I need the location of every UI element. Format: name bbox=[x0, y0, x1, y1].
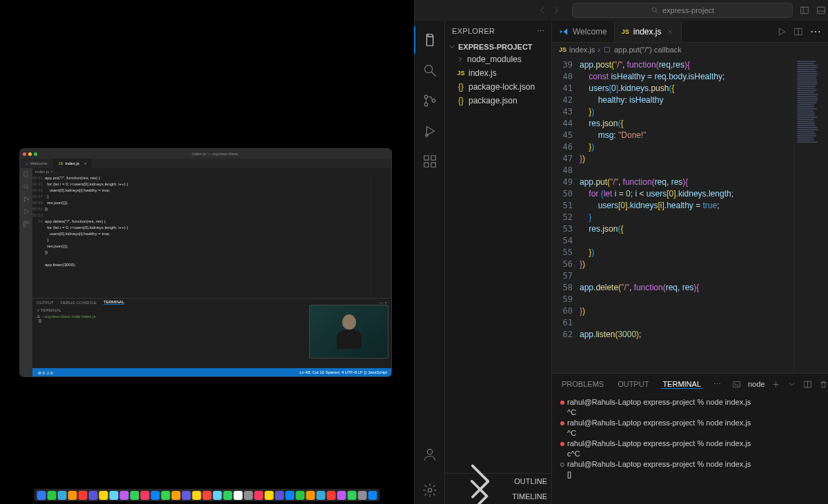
kill-terminal-icon[interactable] bbox=[819, 380, 828, 389]
editor-group: Welcome JS index.js ⋯ JS index.js › bbox=[552, 21, 828, 504]
layout-left-icon[interactable] bbox=[800, 6, 809, 15]
command-center[interactable]: express-project bbox=[572, 3, 793, 18]
preview-title: index.js — express-class bbox=[192, 152, 237, 156]
nav-back-icon[interactable] bbox=[538, 6, 547, 15]
tree-file-index[interactable]: JS index.js bbox=[448, 66, 551, 80]
editor[interactable]: 39 40 41 42 43 44 45 46 47 48 49 50 51 5… bbox=[552, 57, 828, 373]
svg-point-18 bbox=[424, 65, 432, 73]
tree-file-pkg[interactable]: {} package.json bbox=[448, 94, 551, 108]
shell-name: node bbox=[748, 380, 765, 388]
macos-dock[interactable] bbox=[34, 489, 380, 501]
tab-welcome[interactable]: Welcome bbox=[552, 21, 615, 42]
json-file-icon: {} bbox=[456, 82, 466, 92]
svg-point-9 bbox=[652, 8, 656, 12]
svg-rect-33 bbox=[733, 381, 740, 387]
tab-indexjs[interactable]: JS index.js bbox=[615, 21, 682, 42]
js-file-icon: JS bbox=[622, 28, 629, 35]
preview-activitybar bbox=[20, 168, 32, 376]
preview-tabbar: ⌂Welcome JSindex.js× bbox=[20, 159, 391, 168]
explorer-title: EXPLORER bbox=[452, 27, 495, 35]
panel-more-icon[interactable]: ⋯ bbox=[713, 380, 721, 389]
timeline-section[interactable]: TIMELINE bbox=[445, 489, 551, 504]
terminal-body[interactable]: rahul@Rahuls-Laptop express-project % no… bbox=[552, 394, 828, 504]
svg-rect-26 bbox=[424, 163, 428, 167]
line-gutter: 39 40 41 42 43 44 45 46 47 48 49 50 51 5… bbox=[552, 57, 580, 373]
preview-tab-terminal[interactable]: TERMINAL bbox=[103, 300, 124, 305]
activity-account[interactable] bbox=[415, 441, 445, 468]
webcam-thumbnail bbox=[309, 305, 388, 359]
code-area[interactable]: app.post("/", function(req,res){ const i… bbox=[580, 57, 793, 373]
node-shell-icon bbox=[732, 380, 741, 389]
activity-explorer[interactable] bbox=[414, 26, 444, 54]
preview-tab-output[interactable]: OUTPUT bbox=[37, 301, 54, 305]
json-file-icon: {} bbox=[456, 96, 466, 105]
js-file-icon: JS bbox=[559, 46, 566, 53]
chevron-right-icon bbox=[456, 55, 464, 63]
svg-point-20 bbox=[424, 95, 428, 99]
svg-line-10 bbox=[656, 12, 658, 14]
terminal-dropdown-icon[interactable] bbox=[787, 380, 796, 389]
activity-debug[interactable] bbox=[415, 117, 445, 145]
nav-forward-icon[interactable] bbox=[551, 6, 561, 15]
preview-terminal[interactable]: ∨ TERMINAL ⚠ - express-class node index.… bbox=[32, 306, 391, 368]
extensions-icon[interactable] bbox=[23, 221, 30, 228]
activity-extensions[interactable] bbox=[415, 148, 445, 175]
run-icon[interactable] bbox=[777, 27, 787, 37]
svg-point-29 bbox=[428, 488, 432, 492]
js-file-icon: JS bbox=[456, 70, 466, 77]
sidebar-more-icon[interactable]: ⋯ bbox=[537, 27, 544, 36]
titlebar: express-project bbox=[415, 0, 828, 21]
search-icon[interactable] bbox=[23, 183, 30, 190]
activity-search[interactable] bbox=[415, 57, 445, 84]
layout-bottom-icon[interactable] bbox=[816, 6, 826, 15]
new-terminal-icon[interactable] bbox=[771, 380, 780, 389]
preview-window: index.js — express-class ⌂Welcome JSinde… bbox=[19, 148, 392, 377]
activity-scm[interactable] bbox=[415, 87, 445, 114]
preview-titlebar: index.js — express-class bbox=[20, 149, 391, 159]
svg-rect-11 bbox=[801, 7, 809, 13]
file-tree: node_modules JS index.js {} package-lock… bbox=[445, 52, 551, 108]
preview-tab-debug[interactable]: DEBUG CONSOLE bbox=[61, 301, 97, 305]
tree-folder-node-modules[interactable]: node_modules bbox=[448, 52, 551, 66]
activity-settings[interactable] bbox=[415, 476, 445, 504]
sidebar-header: EXPLORER ⋯ bbox=[445, 21, 551, 41]
tree-file-pkglock[interactable]: {} package-lock.json bbox=[448, 80, 551, 94]
chevron-right-icon bbox=[449, 466, 509, 504]
svg-rect-27 bbox=[431, 163, 435, 167]
split-editor-icon[interactable] bbox=[793, 27, 803, 37]
preview-breadcrumb: index.js > ... bbox=[32, 168, 391, 175]
tab-more-icon[interactable]: ⋯ bbox=[810, 25, 821, 38]
panel-tab-output[interactable]: OUTPUT bbox=[616, 380, 650, 388]
search-placeholder: express-project bbox=[662, 6, 714, 14]
svg-rect-32 bbox=[604, 48, 609, 52]
svg-rect-6 bbox=[23, 221, 26, 223]
files-icon[interactable] bbox=[23, 171, 30, 178]
svg-line-19 bbox=[431, 72, 435, 77]
method-icon bbox=[603, 46, 611, 54]
close-icon[interactable] bbox=[666, 28, 674, 36]
breadcrumb[interactable]: JS index.js › app.put("/") callback bbox=[552, 43, 828, 57]
svg-point-5 bbox=[28, 199, 29, 200]
split-terminal-icon[interactable] bbox=[803, 380, 812, 389]
scm-icon[interactable] bbox=[23, 196, 30, 203]
preview-tab-file[interactable]: JSindex.js× bbox=[53, 159, 92, 168]
sidebar: EXPLORER ⋯ EXPRESS-PROJECT node_modules … bbox=[445, 21, 552, 504]
minimap[interactable] bbox=[793, 57, 828, 373]
svg-point-28 bbox=[427, 450, 432, 454]
bottom-panel: PROBLEMS OUTPUT TERMINAL ⋯ node bbox=[552, 373, 828, 504]
vscode-window: express-project EXPLORER ⋯ EXPR bbox=[414, 0, 828, 504]
project-root[interactable]: EXPRESS-PROJECT bbox=[445, 41, 551, 52]
svg-rect-24 bbox=[424, 156, 428, 160]
vscode-icon bbox=[559, 27, 569, 37]
panel-tab-terminal[interactable]: TERMINAL bbox=[661, 380, 702, 389]
debug-icon[interactable] bbox=[23, 208, 30, 215]
traffic-lights bbox=[23, 152, 37, 156]
activitybar bbox=[415, 21, 445, 504]
preview-tab-welcome[interactable]: ⌂Welcome bbox=[20, 159, 53, 168]
svg-point-3 bbox=[24, 197, 26, 199]
shared-screen-pane: index.js — express-class ⌂Welcome JSinde… bbox=[0, 0, 414, 504]
svg-point-4 bbox=[24, 201, 26, 202]
svg-rect-13 bbox=[818, 7, 825, 13]
panel-tab-problems[interactable]: PROBLEMS bbox=[560, 380, 605, 388]
panel-tabs: PROBLEMS OUTPUT TERMINAL ⋯ node bbox=[552, 374, 828, 394]
